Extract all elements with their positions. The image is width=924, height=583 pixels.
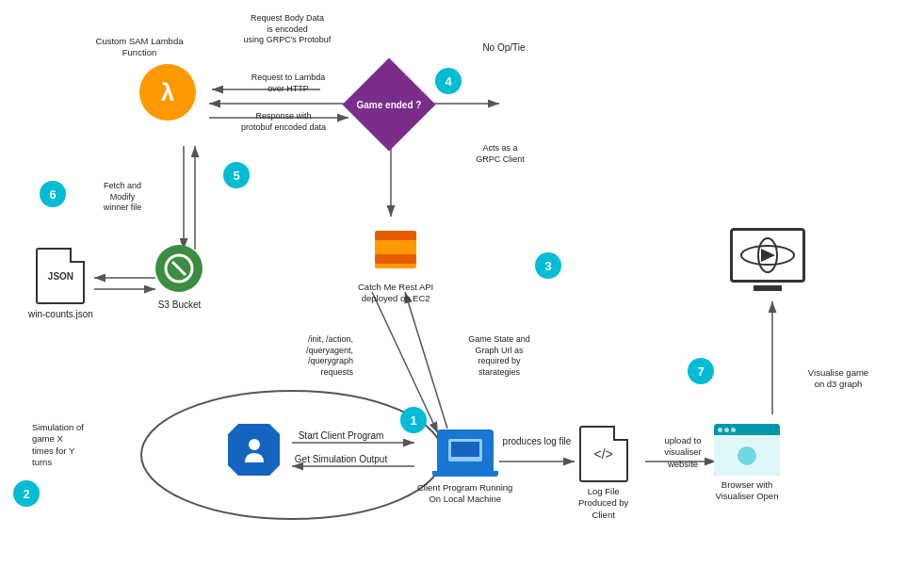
svg-marker-31 <box>761 249 775 262</box>
upload-label: upload tovisualiserwebsite <box>650 435 716 470</box>
game-state-annotation: Game State andGraph Url asrequired bysta… <box>447 334 551 379</box>
s3-node: S3 Bucket <box>154 243 205 311</box>
architecture-diagram: 6 λ Custom SAM Lambda Function S3 Bucket… <box>0 0 924 583</box>
diamond-icon: Game ended ? <box>343 58 436 152</box>
badge-6: 6 <box>40 181 66 207</box>
s3-label: S3 Bucket <box>158 299 202 311</box>
init-action-annotation: /init, /action,/queryagent,/querygraphre… <box>278 334 381 379</box>
visualise-text: Visualise gameon d3 graph <box>808 367 868 391</box>
produces-log-text: produces log file <box>503 435 572 447</box>
svg-rect-25 <box>375 245 416 254</box>
json-icon: JSON <box>36 248 85 304</box>
s3-icon <box>154 243 205 295</box>
produces-log-label: produces log file <box>499 435 575 447</box>
visualise-label: Visualise gameon d3 graph <box>796 367 881 391</box>
fetch-modify-annotation: Fetch andModifywinner file <box>85 181 160 214</box>
json-file-node: JSON win-counts.json <box>28 248 93 320</box>
fetch-modify-text: Fetch andModifywinner file <box>104 181 142 214</box>
no-op-annotation: No Op/Tie <box>466 41 542 54</box>
no-op-text: No Op/Tie <box>482 41 525 54</box>
person-node <box>228 424 280 476</box>
screen-icon <box>730 228 805 283</box>
simulation-text: Simulation ofgame Xtimes for Yturns <box>32 422 84 468</box>
request-body-text: Request Body Datais encodedusing GRPC's … <box>244 13 332 46</box>
log-file-node: </> Log FileProduced byClient <box>578 426 628 521</box>
diamond-label: Game ended ? <box>357 100 422 110</box>
laptop-icon <box>432 429 498 477</box>
request-body-annotation: Request Body Datais encodedusing GRPC's … <box>226 13 349 46</box>
diamond-node: Game ended ? <box>356 72 422 138</box>
lambda-label: Custom SAM Lambda Function <box>92 36 186 59</box>
game-state-text: Game State andGraph Url asrequired bysta… <box>468 334 530 379</box>
get-output-text: Get Simulation Output <box>295 453 387 465</box>
simulation-label: Simulation ofgame Xtimes for Yturns <box>13 422 103 468</box>
grpc-client-annotation: Acts as aGRPC Client <box>458 143 543 165</box>
laptop-label: Client Program RunningOn Local Machine <box>417 482 512 506</box>
log-file-label: Log FileProduced byClient <box>578 486 628 521</box>
response-annotation: Response withprotobuf encoded data <box>222 111 345 133</box>
svg-point-26 <box>249 439 260 450</box>
badge-3: 3 <box>535 252 561 279</box>
browser-label: Browser withVisualiser Open <box>716 479 779 503</box>
ec2-node: Catch Me Rest APIdeployed on EC2 <box>358 221 433 305</box>
json-label: win-counts.json <box>28 308 93 320</box>
svg-rect-23 <box>375 231 416 240</box>
browser-node: Browser withVisualiser Open <box>714 424 780 503</box>
lambda-node: λ Custom SAM Lambda Function <box>139 64 196 121</box>
request-lambda-annotation: Request to Lambdaover HTTP <box>232 73 345 94</box>
init-action-text: /init, /action,/queryagent,/querygraphre… <box>306 334 353 379</box>
start-client-label: Start Client Program <box>284 429 397 442</box>
browser-icon <box>714 424 780 476</box>
grpc-client-text: Acts as aGRPC Client <box>476 143 525 165</box>
start-client-text: Start Client Program <box>299 429 384 442</box>
response-text: Response withprotobuf encoded data <box>241 111 326 133</box>
svg-rect-24 <box>375 254 416 264</box>
badge-7: 7 <box>688 358 714 384</box>
ec2-label: Catch Me Rest APIdeployed on EC2 <box>358 282 433 305</box>
get-output-label: Get Simulation Output <box>284 453 397 465</box>
badge-5: 5 <box>223 162 250 188</box>
request-lambda-text: Request to Lambdaover HTTP <box>251 73 326 94</box>
code-icon: </> <box>579 426 628 482</box>
badge-2: 2 <box>13 480 40 507</box>
badge-4: 4 <box>435 68 462 94</box>
upload-text: upload tovisualiserwebsite <box>664 435 702 470</box>
ec2-icon <box>367 221 424 278</box>
person-icon <box>228 424 280 476</box>
screen-node <box>730 228 805 283</box>
svg-rect-28 <box>451 442 479 457</box>
lambda-icon: λ <box>139 64 196 121</box>
